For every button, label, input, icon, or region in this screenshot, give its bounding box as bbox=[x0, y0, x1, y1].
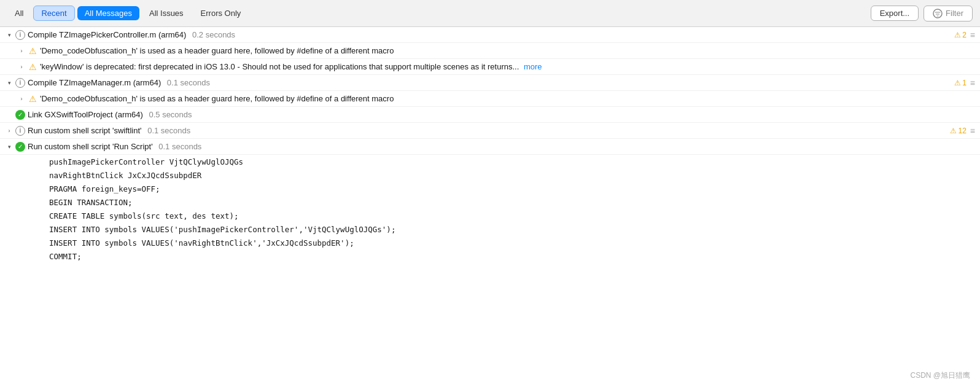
warning-icon-small: ⚠ bbox=[950, 127, 957, 135]
content-area: ▾ i Compile TZImagePickerController.m (a… bbox=[0, 27, 980, 387]
info-icon: i bbox=[15, 30, 25, 40]
tab-all[interactable]: All bbox=[7, 6, 31, 20]
row-label: Compile TZImageManager.m (arm64) 0.1 sec… bbox=[28, 78, 954, 87]
info-icon: i bbox=[15, 78, 25, 88]
toolbar-left: All Recent All Messages All Issues Error… bbox=[7, 6, 868, 21]
table-row: ▾ i Compile TZImageManager.m (arm64) 0.1… bbox=[0, 75, 980, 91]
code-line: pushImagePickerController VjtQClywUglOJQ… bbox=[0, 155, 980, 168]
chevron-down-icon[interactable]: ▾ bbox=[5, 79, 14, 87]
toolbar: All Recent All Messages All Issues Error… bbox=[0, 0, 980, 27]
code-line: INSERT INTO symbols VALUES('pushImagePic… bbox=[0, 222, 980, 236]
code-line: PRAGMA foreign_keys=OFF; bbox=[0, 182, 980, 195]
row-label: Run custom shell script 'swiftlint' 0.1 … bbox=[28, 126, 950, 135]
table-row: › i Run custom shell script 'swiftlint' … bbox=[0, 123, 980, 139]
info-icon: i bbox=[15, 126, 25, 136]
warning-icon-small: ⚠ bbox=[954, 79, 961, 87]
chevron-right-icon[interactable]: › bbox=[17, 63, 26, 71]
row-right: ⚠2 ≡ bbox=[954, 30, 975, 40]
code-line: CREATE TABLE symbols(src text, des text)… bbox=[0, 209, 980, 222]
code-line: INSERT INTO symbols VALUES('navRightBtnC… bbox=[0, 236, 980, 249]
chevron-down-icon[interactable]: ▾ bbox=[5, 31, 14, 39]
chevron-right-icon[interactable]: › bbox=[17, 95, 26, 103]
row-label: Run custom shell script 'Run Script' 0.1… bbox=[28, 142, 980, 151]
check-icon: ✓ bbox=[15, 110, 25, 120]
filter-icon bbox=[933, 9, 943, 18]
row-right: ⚠12 ≡ bbox=[950, 126, 975, 136]
table-row: ✓ Link GXSwiftToolProject (arm64) 0.5 se… bbox=[0, 107, 980, 123]
table-row: › ⚠ 'keyWindow' is deprecated: first dep… bbox=[0, 59, 980, 75]
table-row: ▾ ✓ Run custom shell script 'Run Script'… bbox=[0, 139, 980, 155]
warning-badge: ⚠1 bbox=[954, 79, 966, 87]
check-icon: ✓ bbox=[15, 142, 25, 152]
code-line: navRightBtnClick JxCxJQcdSsubpdER bbox=[0, 168, 980, 182]
svg-point-0 bbox=[933, 9, 942, 18]
chevron-right-icon[interactable]: › bbox=[17, 47, 26, 55]
tab-all-issues[interactable]: All Issues bbox=[142, 6, 191, 20]
menu-icon[interactable]: ≡ bbox=[970, 78, 975, 88]
table-row: › ⚠ 'Demo_codeObfuscation_h' is used as … bbox=[0, 43, 980, 59]
warning-badge: ⚠12 bbox=[950, 127, 966, 135]
row-label: 'Demo_codeObfuscation_h' is used as a he… bbox=[40, 46, 980, 55]
watermark: CSDN @旭日猎鹰 bbox=[910, 370, 970, 381]
filter-button[interactable]: Filter bbox=[924, 6, 973, 22]
tab-all-messages[interactable]: All Messages bbox=[77, 6, 139, 20]
row-label: Link GXSwiftToolProject (arm64) 0.5 seco… bbox=[28, 110, 980, 119]
more-link[interactable]: more bbox=[524, 62, 542, 71]
export-button[interactable]: Export... bbox=[871, 6, 919, 21]
code-line: COMMIT; bbox=[0, 249, 980, 263]
warning-icon-small: ⚠ bbox=[954, 31, 961, 39]
warning-icon: ⚠ bbox=[28, 94, 37, 104]
filter-label: Filter bbox=[946, 9, 963, 18]
menu-icon[interactable]: ≡ bbox=[970, 30, 975, 40]
menu-icon[interactable]: ≡ bbox=[970, 126, 975, 136]
table-row: ▾ i Compile TZImagePickerController.m (a… bbox=[0, 27, 980, 43]
row-right: ⚠1 ≡ bbox=[954, 78, 975, 88]
chevron-right-icon[interactable]: › bbox=[5, 127, 14, 135]
row-label: 'keyWindow' is deprecated: first depreca… bbox=[40, 62, 980, 71]
row-label: 'Demo_codeObfuscation_h' is used as a he… bbox=[40, 94, 980, 103]
row-label: Compile TZImagePickerController.m (arm64… bbox=[28, 30, 954, 39]
warning-badge: ⚠2 bbox=[954, 31, 966, 39]
code-line: BEGIN TRANSACTION; bbox=[0, 195, 980, 209]
warning-icon: ⚠ bbox=[28, 46, 37, 56]
tab-recent[interactable]: Recent bbox=[33, 6, 74, 21]
table-row: › ⚠ 'Demo_codeObfuscation_h' is used as … bbox=[0, 91, 980, 107]
chevron-down-icon[interactable]: ▾ bbox=[5, 143, 14, 151]
toolbar-right: Export... Filter bbox=[871, 6, 973, 22]
tab-errors-only[interactable]: Errors Only bbox=[193, 6, 249, 20]
warning-icon: ⚠ bbox=[28, 62, 37, 72]
